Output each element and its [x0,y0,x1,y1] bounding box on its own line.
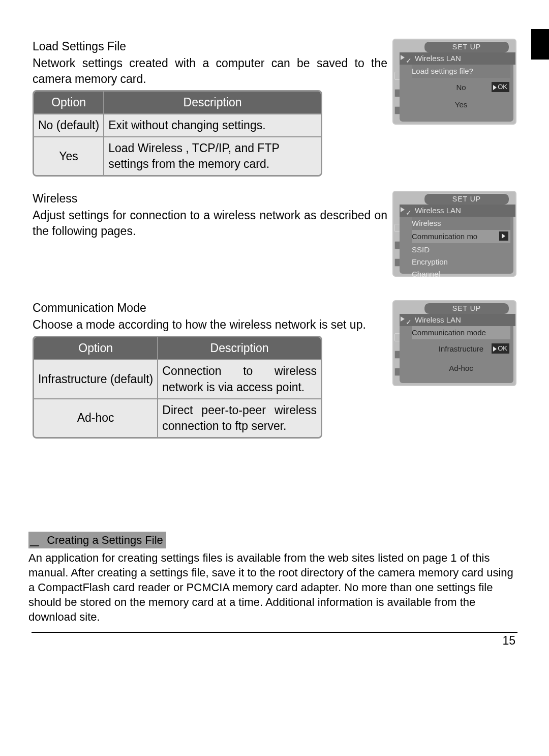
menu-item-adhoc[interactable]: Ad-hoc [412,362,510,375]
menu-item-label: Encryption [412,257,448,266]
menu-item-label: Channel [412,270,440,278]
menu-item-comm-mode[interactable]: Communication mo [412,230,510,243]
menu-item-no[interactable]: No OK [412,81,510,94]
menu-subtitle: Load settings file? [412,65,510,78]
menu-item-ssid[interactable]: SSID [412,243,510,256]
table-header: Option [34,92,104,113]
menu-header: ✓ Wireless LAN [400,314,515,326]
footnote: Creating a Settings File An application … [28,532,516,624]
options-table: Option Description Infrastructure (defau… [33,336,322,438]
menu-item-yes[interactable]: Yes [412,98,510,111]
section-heading: Load Settings File [33,39,387,54]
footnote-title-box: Creating a Settings File [28,532,166,548]
arrow-right-icon [499,231,508,241]
table-cell: Infrastructure (default) [34,359,158,398]
table-header: Description [158,337,321,359]
menu-subtitle: Wireless [412,217,510,230]
menu-header: ✓ Wireless LAN [400,52,515,65]
menu-tab: SET UP [424,303,509,314]
menu-item-channel[interactable]: Channel [412,268,510,280]
menu-item-label: Yes [455,100,467,109]
menu-item-infrastructure[interactable]: Infrastructure OK [412,342,510,356]
play-icon [401,316,405,322]
ok-button[interactable]: OK [492,343,509,354]
table-cell: Connection to wireless network is via ac… [158,359,321,398]
table-cell: Exit without changing settings. [104,113,321,136]
page-number: 15 [502,633,515,649]
menu-header: ✓ Wireless LAN [400,205,515,217]
section-load-settings-file: SET UP ✓ Wireless LAN Load settings file… [33,39,516,177]
menu-item-label: Communication mo [412,232,477,241]
footer-rule [32,632,517,633]
menu-header-text: Wireless LAN [415,206,461,215]
menu-item-label: Infrastructure [439,344,483,353]
menu-item-label: SSID [412,245,430,254]
menu-item-label: Ad-hoc [449,364,473,372]
options-table: Option Description No (default) Exit wit… [33,90,322,177]
menu-tab: SET UP [424,193,509,205]
footnote-title: Creating a Settings File [47,534,163,546]
table-cell: No (default) [34,113,104,136]
ok-button[interactable]: OK [492,82,509,92]
camera-menu-wireless: SET UP ✓ Wireless LAN Wireless Communica… [392,191,516,277]
section-paragraph: Adjust settings for connection to a wire… [33,208,387,239]
menu-subtitle: Communication mode [412,326,510,339]
camera-menu-comm-mode: SET UP ✓ Wireless LAN Communication mode… [392,300,516,386]
table-header: Option [34,337,158,359]
play-icon [401,207,405,212]
menu-item-encryption[interactable]: Encryption [412,255,510,269]
camera-menu-load-settings: SET UP ✓ Wireless LAN Load settings file… [392,39,516,125]
section-paragraph: Choose a mode according to how the wirel… [33,317,387,333]
section-paragraph: Network settings created with a computer… [33,55,387,87]
section-wireless: SET UP ✓ Wireless LAN Wireless Communica… [33,191,516,280]
table-header: Description [104,92,321,113]
table-cell: Direct peer-to-peer wireless connection … [158,398,321,437]
table-cell: Load Wireless , TCP/IP, and FTP settings… [104,136,321,175]
footnote-body: An application for creating settings ﬁle… [28,550,516,624]
section-heading: Communication Mode [33,300,387,316]
side-marker [531,29,549,60]
menu-item-label: No [456,83,466,92]
table-cell: Yes [34,136,104,175]
section-communication-mode: SET UP ✓ Wireless LAN Communication mode… [33,300,516,438]
menu-header-text: Wireless LAN [415,315,461,324]
play-icon [401,55,405,60]
section-heading: Wireless [33,191,387,207]
table-cell: Ad-hoc [34,398,158,437]
menu-header-text: Wireless LAN [415,54,461,63]
pencil-icon [29,536,43,546]
menu-tab: SET UP [424,41,509,53]
